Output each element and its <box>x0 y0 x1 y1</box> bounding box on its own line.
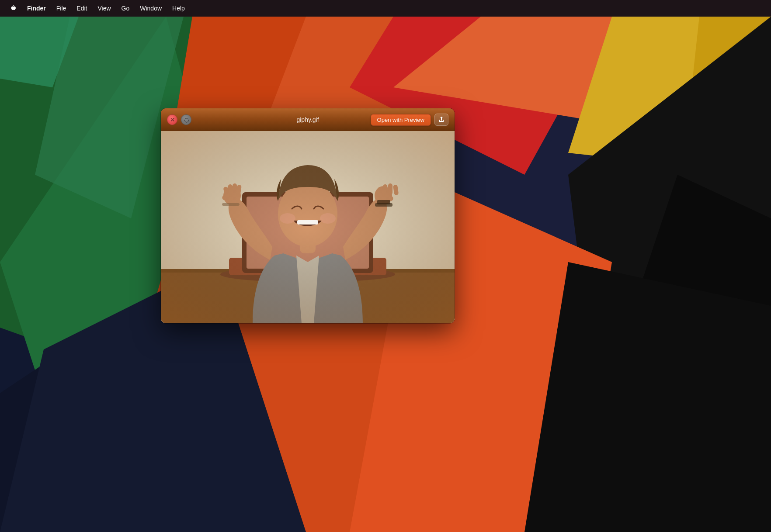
menubar: Finder File Edit View Go Window Help <box>0 0 771 17</box>
window-filename: giphy.gif <box>296 116 319 123</box>
minimize-icon: ◌ <box>184 117 189 123</box>
window-close-button[interactable]: ✕ <box>167 114 177 125</box>
apple-menu[interactable] <box>5 3 21 14</box>
menubar-finder[interactable]: Finder <box>23 3 50 14</box>
titlebar-actions: Open with Preview <box>371 114 448 126</box>
menubar-go[interactable]: Go <box>117 3 134 14</box>
menubar-window[interactable]: Window <box>135 3 166 14</box>
share-button[interactable] <box>434 114 448 126</box>
quicklook-window: ✕ ◌ giphy.gif Open with Preview <box>161 108 455 323</box>
quicklook-image-content <box>161 131 455 323</box>
share-icon <box>438 116 445 123</box>
gif-preview-image <box>161 131 455 323</box>
open-with-preview-button[interactable]: Open with Preview <box>371 114 431 126</box>
close-icon: ✕ <box>170 117 175 123</box>
menubar-view[interactable]: View <box>93 3 115 14</box>
menubar-file[interactable]: File <box>52 3 71 14</box>
window-controls: ✕ ◌ <box>167 114 191 125</box>
window-minimize-button[interactable]: ◌ <box>181 114 191 125</box>
menubar-help[interactable]: Help <box>168 3 189 14</box>
menubar-edit[interactable]: Edit <box>72 3 91 14</box>
svg-rect-51 <box>161 131 455 323</box>
window-titlebar: ✕ ◌ giphy.gif Open with Preview <box>161 108 455 131</box>
